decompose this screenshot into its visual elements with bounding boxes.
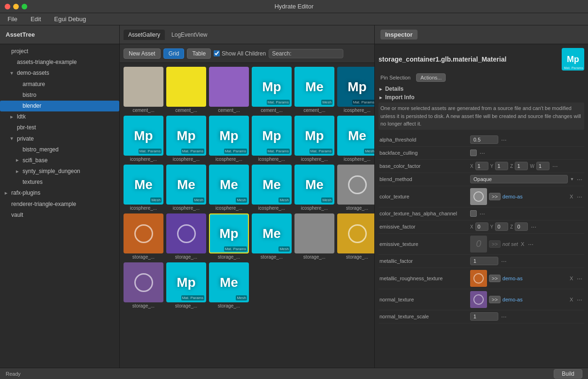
import-info-label: Import Info [385,94,415,101]
sidebar-item-private[interactable]: ▼private [0,134,119,144]
sidebar-item-scifi_base[interactable]: ►scifi_base [0,155,119,166]
texture-navigate-button[interactable]: >> [489,275,501,282]
sidebar-item-blender[interactable]: blender [0,101,119,111]
sidebar-item-textures[interactable]: textures [0,177,119,188]
prop-number-input[interactable] [470,257,498,265]
gallery-item-22[interactable]: storage_... [294,213,334,260]
texture-remove-button[interactable]: X [569,194,574,199]
gallery-item-16[interactable]: MeMeshicosphere_... [294,165,334,211]
vec-input-x[interactable] [475,222,488,231]
prop-options-button[interactable]: ··· [551,162,559,170]
thumb-text: Me [305,178,324,191]
menu-egui-debug[interactable]: Egui Debug [51,15,89,24]
gallery-item-25[interactable]: MpMat. Paramsstorage_... [166,262,206,308]
prop-options-button[interactable]: ··· [527,240,534,248]
sidebar-item-synty_simple_dungeon[interactable]: ►synty_simple_dungeon [0,166,119,177]
gallery-item-11[interactable]: MeMeshicosphere_... [337,116,374,162]
table-view-button[interactable]: Table [187,48,211,59]
close-button[interactable] [5,4,10,9]
gallery-item-20[interactable]: MpMat. Paramsstorage_... [209,213,249,260]
tab-log-event-view[interactable]: LogEventView [167,30,212,40]
grid-view-button[interactable]: Grid [163,48,185,59]
vec-input-z[interactable] [515,162,528,170]
prop-checkbox[interactable] [470,150,477,156]
new-asset-button[interactable]: New Asset [124,48,161,59]
gallery-item-9[interactable]: MpMat. Paramsicosphere_... [252,116,292,162]
menu-file[interactable]: File [5,15,20,24]
prop-select[interactable]: Opaque [470,175,568,183]
vec-input-z[interactable] [515,222,528,231]
sidebar-item-vault[interactable]: vault [0,210,119,221]
texture-navigate-button[interactable]: >> [489,296,501,303]
sidebar-item-pbr-test[interactable]: pbr-test [0,122,119,133]
sidebar-item-armature[interactable]: armature [0,79,119,90]
warning-text: One or more selected assets are generate… [379,103,584,130]
prop-options-button[interactable]: ··· [576,193,583,200]
gallery-item-10[interactable]: MpMat. Paramsicosphere_... [294,116,334,162]
gallery-item-0[interactable]: cement_... [124,67,163,113]
prop-options-button[interactable]: ··· [576,275,583,282]
show-all-children-checkbox[interactable]: Show All Children [214,50,266,57]
actions-button[interactable]: Actions... [416,73,446,82]
minimize-button[interactable] [13,4,19,9]
gallery-item-5[interactable]: MpMat. Paramsicosphere_... [337,67,374,113]
texture-navigate-button[interactable]: >> [489,240,501,248]
sidebar-item-bistro[interactable]: bistro [0,90,119,101]
gallery-item-26[interactable]: MeMeshstorage_... [209,262,249,308]
gallery-item-6[interactable]: MpMat. Paramsicosphere_... [124,116,163,162]
prop-options-button[interactable]: ··· [500,136,508,143]
prop-options-button[interactable]: ··· [479,210,486,217]
gallery-item-21[interactable]: MeMeshstorage_... [252,213,292,260]
texture-remove-button[interactable]: X [520,241,525,247]
prop-options-button[interactable]: ··· [479,149,486,157]
gallery-item-4[interactable]: MeMeshcement_... [294,67,334,113]
sidebar-item-project[interactable]: project [0,46,119,57]
search-input[interactable] [293,50,340,57]
prop-options-button[interactable]: ··· [500,313,508,320]
vec-input-y[interactable] [495,222,508,231]
gallery-item-23[interactable]: storage_... [337,213,374,260]
sidebar-item-bistro_merged[interactable]: bistro_merged [0,144,119,155]
sidebar-item-demo-assets[interactable]: ▼demo-assets [0,68,119,79]
gallery-item-17[interactable]: storage_... [337,165,374,211]
thumb-label: storage_... [132,303,155,308]
prop-options-button[interactable]: ··· [530,223,537,230]
build-button[interactable]: Build [554,369,582,379]
gallery-item-13[interactable]: MeMeshicosphere_... [166,165,206,211]
vec-label-z: Z [510,164,513,169]
sidebar-item-rafx-plugins[interactable]: ►rafx-plugins [0,188,119,198]
gallery-item-15[interactable]: MeMeshicosphere_... [252,165,292,211]
gallery-item-18[interactable]: storage_... [124,213,163,260]
gallery-item-3[interactable]: MpMat. Paramscement_... [252,67,292,113]
gallery-item-2[interactable]: cement_... [209,67,249,113]
prop-options-button[interactable]: ··· [576,175,583,183]
prop-options-button[interactable]: ··· [500,257,508,265]
fullscreen-button[interactable] [22,4,27,9]
gallery-item-12[interactable]: MeMeshicosphere_... [124,165,163,211]
sidebar-item-renderer-triangle-example[interactable]: renderer-triangle-example [0,199,119,210]
prop-number-input[interactable] [470,135,498,144]
sidebar-item-ldtk[interactable]: ►ldtk [0,111,119,122]
texture-navigate-button[interactable]: >> [489,193,501,200]
details-section-header[interactable]: ► Details [379,86,584,92]
vec-input-w[interactable] [536,162,549,170]
gallery-item-8[interactable]: MpMat. Paramsicosphere_... [209,116,249,162]
vec-input-y[interactable] [495,162,508,170]
texture-remove-button[interactable]: X [569,276,574,281]
tab-asset-gallery[interactable]: AssetGallery [124,30,165,40]
prop-number-input[interactable] [470,312,498,321]
texture-remove-button[interactable]: X [569,297,574,302]
gallery-item-19[interactable]: storage_... [166,213,206,260]
sidebar-item-assets-triangle-example[interactable]: assets-triangle-example [0,57,119,68]
vec-input-x[interactable] [475,162,488,170]
prop-checkbox[interactable] [470,210,477,217]
pin-selection-button[interactable]: Pin Selection [379,74,412,81]
gallery-item-24[interactable]: storage_... [124,262,163,308]
prop-options-button[interactable]: ··· [576,296,583,303]
gallery-item-14[interactable]: MeMeshicosphere_... [209,165,249,211]
gallery-item-1[interactable]: cement_... [166,67,206,113]
menu-edit[interactable]: Edit [28,15,44,24]
thumb-badge: Mesh [150,197,162,203]
import-info-section-header[interactable]: ► Import Info [379,94,584,101]
gallery-item-7[interactable]: MpMat. Paramsicosphere_... [166,116,206,162]
